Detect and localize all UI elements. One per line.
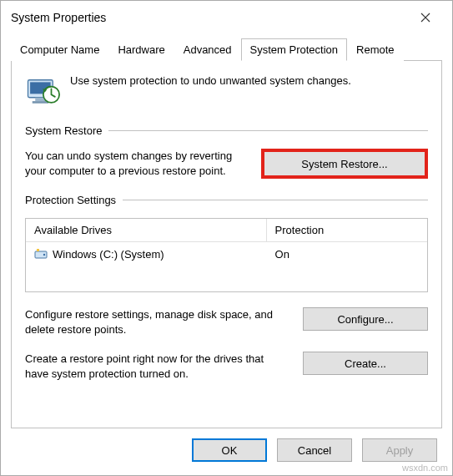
group-label-system-restore: System Restore — [25, 124, 102, 137]
drive-status-cell: On — [267, 242, 427, 266]
divider — [123, 200, 428, 200]
dialog-actions: OK Cancel Apply — [1, 428, 452, 472]
tab-hardware[interactable]: Hardware — [108, 38, 174, 61]
system-properties-window: System Properties Computer Name Hardware… — [0, 0, 453, 476]
configure-button[interactable]: Configure... — [303, 307, 428, 331]
column-protection[interactable]: Protection — [267, 219, 427, 241]
drive-name-cell: Windows (C:) (System) — [26, 242, 267, 266]
tab-container: Computer Name Hardware Advanced System P… — [11, 38, 442, 428]
configure-row: Configure restore settings, manage disk … — [25, 307, 428, 337]
close-button[interactable] — [409, 8, 442, 28]
drives-table: Available Drives Protection Windows (C:)… — [25, 218, 428, 292]
tab-panel-system-protection: Use system protection to undo unwanted s… — [11, 61, 442, 428]
intro-text: Use system protection to undo unwanted s… — [70, 73, 351, 87]
close-icon — [420, 13, 430, 23]
group-system-restore: System Restore — [25, 124, 428, 137]
create-row: Create a restore point right now for the… — [25, 352, 428, 381]
drives-table-header: Available Drives Protection — [26, 219, 427, 241]
system-protection-icon — [25, 73, 60, 108]
svg-point-10 — [43, 254, 45, 256]
tabs: Computer Name Hardware Advanced System P… — [11, 38, 442, 61]
drive-icon — [34, 247, 48, 261]
configure-description: Configure restore settings, manage disk … — [25, 307, 289, 337]
tab-computer-name[interactable]: Computer Name — [11, 38, 108, 61]
group-label-protection-settings: Protection Settings — [25, 194, 116, 206]
svg-rect-9 — [37, 249, 39, 251]
system-restore-button[interactable]: System Restore... — [261, 149, 428, 179]
system-restore-description: You can undo system changes by reverting… — [25, 149, 248, 178]
table-row[interactable]: Windows (C:) (System) On — [26, 242, 427, 266]
create-description: Create a restore point right now for the… — [25, 352, 289, 381]
column-available-drives[interactable]: Available Drives — [26, 219, 267, 241]
tab-system-protection[interactable]: System Protection — [241, 38, 348, 61]
group-protection-settings: Protection Settings — [25, 194, 428, 206]
system-restore-row: You can undo system changes by reverting… — [25, 149, 428, 179]
apply-button: Apply — [362, 438, 437, 462]
watermark: wsxdn.com — [402, 463, 448, 473]
create-button[interactable]: Create... — [303, 352, 428, 375]
window-title: System Properties — [11, 11, 106, 24]
tab-remote[interactable]: Remote — [347, 38, 404, 61]
ok-button[interactable]: OK — [192, 438, 267, 462]
titlebar: System Properties — [1, 1, 452, 33]
divider — [108, 130, 428, 131]
drive-name: Windows (C:) (System) — [53, 248, 164, 261]
cancel-button[interactable]: Cancel — [277, 438, 352, 462]
drives-table-body: Windows (C:) (System) On — [26, 241, 427, 291]
tab-advanced[interactable]: Advanced — [174, 38, 241, 61]
intro-row: Use system protection to undo unwanted s… — [25, 73, 428, 108]
